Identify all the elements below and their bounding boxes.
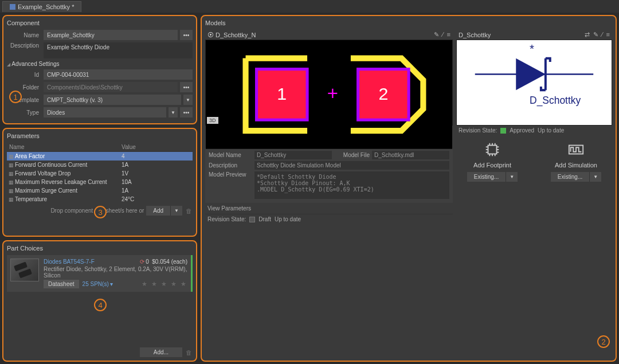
approved-icon: [500, 128, 506, 134]
sym-rev-state: Approved: [510, 127, 534, 134]
name-more-button[interactable]: •••: [180, 30, 193, 40]
tune-icon[interactable]: ⇄: [585, 31, 590, 38]
param-icon: ▦: [7, 197, 15, 202]
param-icon: ▦: [7, 171, 15, 177]
datasheet-button[interactable]: Datasheet: [44, 280, 79, 288]
add-footprint-dropdown[interactable]: ▼: [506, 172, 518, 182]
spn-link[interactable]: 25 SPN(s) ▾: [83, 281, 113, 287]
symbol-preview[interactable]: * D_Schottky: [456, 40, 612, 126]
name-input[interactable]: [44, 30, 178, 40]
parameters-panel-title: Parameters: [7, 131, 193, 140]
document-tab[interactable]: Example_Schottky *: [2, 1, 81, 12]
delete-part-icon[interactable]: 🗑: [185, 349, 193, 356]
part-description: Rectifier Diode, Schottky, 2 Element, 0.…: [44, 266, 187, 279]
part-price: ⟳0 $0.054 (each): [140, 259, 187, 265]
component-panel: 1 Component Name ••• Description Example…: [2, 15, 197, 124]
sym-rev-label: Revision State:: [459, 127, 497, 134]
type-more-button[interactable]: •••: [180, 107, 193, 118]
param-value: 1A: [122, 187, 193, 194]
param-name: Maximum Surge Current: [15, 187, 122, 194]
models-panel-title: Models: [205, 18, 612, 28]
menu-icon[interactable]: ≡: [606, 31, 610, 38]
draft-icon: [249, 217, 255, 222]
sim-rev-state: Draft: [258, 216, 271, 222]
id-label: Id: [7, 72, 41, 78]
model-preview-label: Model Preview: [209, 171, 252, 178]
part-choices-title: Part Choices: [7, 244, 193, 253]
rating-stars[interactable]: ★ ★ ★ ★ ★: [142, 280, 187, 288]
param-name: Temperature: [15, 196, 122, 202]
model-name-input[interactable]: [254, 151, 332, 159]
chip-icon: [484, 141, 501, 158]
param-row[interactable]: ▦ Temperature 24°C: [7, 195, 193, 203]
footprint-preview[interactable]: 1 2 + 3D: [205, 40, 453, 126]
param-header-name[interactable]: Name: [7, 144, 122, 150]
annotation-4: 4: [94, 299, 107, 311]
template-select[interactable]: [44, 95, 181, 105]
folder-input[interactable]: [44, 82, 178, 92]
3d-badge[interactable]: 3D: [207, 117, 218, 124]
add-simulation-block: Add Simulation Existing... ▼: [551, 141, 601, 182]
svg-text:2: 2: [378, 84, 388, 103]
param-row[interactable]: ▦ Maximum Reverse Leakage Current 10A: [7, 178, 193, 186]
model-file-label: Model File: [334, 152, 370, 158]
model-name-label: Model Name: [209, 152, 252, 158]
param-row[interactable]: ▦ Maximum Surge Current 1A: [7, 186, 193, 195]
add-footprint-button[interactable]: Existing...: [467, 172, 506, 182]
sim-rev-status: Up to date: [275, 216, 301, 222]
param-value: 1V: [122, 170, 193, 177]
annotation-1: 1: [9, 91, 22, 103]
waveform-icon: [567, 141, 585, 158]
param-row[interactable]: ▦ Forward Voltage Drop 1V: [7, 169, 193, 178]
sym-rev-status: Up to date: [538, 127, 564, 134]
param-value: 1A: [122, 162, 193, 168]
param-row[interactable]: ▦ Area Factor 4: [7, 152, 193, 161]
param-name: Forward Voltage Drop: [15, 170, 122, 177]
param-value: 10A: [122, 179, 193, 185]
part-item[interactable]: Diodes BAT54S-7-F ⟳0 $0.054 (each) Recti…: [7, 255, 193, 292]
add-simulation-dropdown[interactable]: ▼: [589, 172, 601, 182]
advanced-settings-header[interactable]: Advanced Settings: [7, 61, 193, 67]
model-file-input[interactable]: [372, 151, 449, 159]
param-value: 24°C: [122, 196, 193, 202]
delete-parameter-icon[interactable]: 🗑: [185, 208, 193, 214]
model-preview-code: *Default Schottky Diode *Schottky Diode …: [254, 171, 449, 199]
template-dropdown-button[interactable]: ▼: [183, 95, 193, 105]
add-part-button[interactable]: Add...: [140, 347, 182, 357]
view-parameters-link[interactable]: View Parameters: [205, 203, 453, 214]
add-footprint-block: Add Footprint Existing... ▼: [467, 141, 518, 182]
param-icon: ▦: [7, 154, 15, 159]
type-dropdown-button[interactable]: ▼: [169, 107, 178, 118]
type-select[interactable]: [44, 107, 166, 118]
divider-icon: ⁄: [602, 31, 603, 38]
folder-browse-button[interactable]: •••: [180, 82, 193, 92]
folder-label: Folder: [7, 84, 41, 91]
add-simulation-label: Add Simulation: [555, 162, 597, 169]
sim-desc-label: Description: [209, 162, 252, 169]
sim-desc-input[interactable]: [254, 161, 449, 170]
param-row[interactable]: ▦ Forward Continuous Current 1A: [7, 161, 193, 169]
description-label: Description: [7, 42, 41, 49]
annotation-3: 3: [94, 206, 107, 218]
svg-text:D_Schottky: D_Schottky: [530, 95, 581, 107]
clock-icon: ⟳: [140, 259, 144, 265]
add-parameter-button[interactable]: Add: [146, 206, 170, 216]
edit-icon[interactable]: ✎: [593, 31, 598, 38]
add-parameter-dropdown[interactable]: ▼: [170, 206, 182, 216]
param-header-value[interactable]: Value: [122, 144, 193, 150]
edit-icon[interactable]: ✎: [434, 31, 439, 38]
menu-icon[interactable]: ≡: [447, 31, 450, 38]
parameters-panel: 3 Parameters Name Value ▦ Area Factor 4▦…: [2, 128, 197, 237]
tab-title: Example_Schottky *: [18, 3, 74, 10]
svg-text:*: *: [530, 42, 534, 55]
description-input[interactable]: Example Schottky Diode: [44, 42, 193, 58]
component-panel-title: Component: [7, 18, 193, 28]
add-simulation-button[interactable]: Existing...: [551, 172, 589, 182]
type-label: Type: [7, 109, 41, 116]
id-input[interactable]: [44, 69, 193, 80]
part-link[interactable]: Diodes BAT54S-7-F: [44, 259, 95, 265]
sim-detail-box: Model Name Model File Description Model …: [205, 148, 453, 203]
param-icon: ▦: [7, 162, 15, 168]
svg-rect-11: [488, 146, 497, 154]
divider-icon: ⁄: [442, 31, 444, 38]
